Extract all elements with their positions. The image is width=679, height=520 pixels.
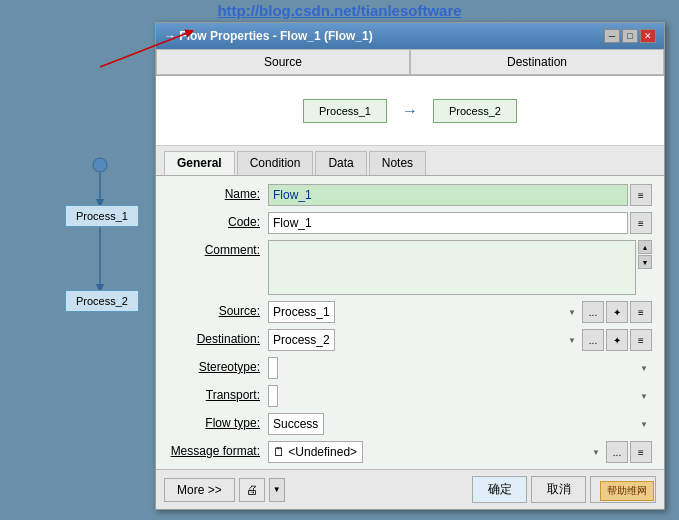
cancel-button[interactable]: 取消	[531, 476, 586, 503]
code-field-group: ≡	[268, 212, 652, 234]
destination-field-group: Process_2 ... ✦ ≡	[268, 329, 652, 351]
watermark: http://blog.csdn.net/tianlesoftware	[217, 2, 461, 19]
stereotype-row: Stereotype:	[168, 357, 652, 379]
minimize-button[interactable]: ─	[604, 29, 620, 43]
name-label: Name:	[168, 184, 268, 201]
destination-tab[interactable]: Destination	[410, 49, 664, 75]
flow-type-select-wrapper: Success	[268, 413, 652, 435]
comment-field-group: ▲ ▼	[268, 240, 652, 295]
comment-textarea[interactable]	[268, 240, 636, 295]
tab-bar: General Condition Data Notes	[156, 146, 664, 176]
message-format-select[interactable]: 🗒 <Undefined>	[268, 441, 363, 463]
tab-notes[interactable]: Notes	[369, 151, 426, 175]
destination-label: Destination:	[168, 329, 268, 346]
source-dest-bar: Source Destination	[156, 49, 664, 76]
message-format-props-button[interactable]: ≡	[630, 441, 652, 463]
canvas-process2: Process_2	[65, 290, 139, 312]
title-arrow: →	[164, 29, 176, 43]
message-format-browse-button[interactable]: ...	[606, 441, 628, 463]
transport-select[interactable]	[268, 385, 278, 407]
print-button[interactable]: 🖨	[239, 478, 265, 502]
title-text: Flow Properties - Flow_1 (Flow_1)	[179, 29, 372, 43]
source-row: Source: Process_1 ... ✦ ≡	[168, 301, 652, 323]
tab-general[interactable]: General	[164, 151, 235, 175]
title-bar: → Flow Properties - Flow_1 (Flow_1) ─ □ …	[156, 23, 664, 49]
bottom-bar: More >> 🖨 ▼ 确定 取消 应用(A) 帮助维网	[156, 469, 664, 509]
destination-select-wrapper: Process_2	[268, 329, 580, 351]
bottom-watermark: 帮助维网	[600, 481, 654, 501]
flow-type-row: Flow type: Success	[168, 413, 652, 435]
source-props-button[interactable]: ≡	[630, 301, 652, 323]
flow-arrow: →	[402, 102, 418, 120]
destination-browse-button[interactable]: ...	[582, 329, 604, 351]
source-browse-button[interactable]: ...	[582, 301, 604, 323]
canvas-area: Process_1 Process_2	[0, 20, 155, 520]
comment-scrollbar: ▲ ▼	[638, 240, 652, 295]
name-input[interactable]	[268, 184, 628, 206]
source-select-wrapper: Process_1	[268, 301, 580, 323]
message-format-label: Message format:	[168, 441, 268, 458]
scroll-up-button[interactable]: ▲	[638, 240, 652, 254]
title-buttons: ─ □ ✕	[604, 29, 656, 43]
code-input[interactable]	[268, 212, 628, 234]
comment-row: Comment: ▲ ▼	[168, 240, 652, 295]
name-field-group: ≡	[268, 184, 652, 206]
stereotype-select-wrapper	[268, 357, 652, 379]
source-field-group: Process_1 ... ✦ ≡	[268, 301, 652, 323]
source-label: Source:	[168, 301, 268, 318]
code-row: Code: ≡	[168, 212, 652, 234]
form-content: Name: ≡ Code: ≡ Comment: ▲ ▼	[156, 176, 664, 469]
canvas-svg	[0, 20, 155, 520]
svg-point-0	[93, 158, 107, 172]
flow-type-label: Flow type:	[168, 413, 268, 430]
maximize-button[interactable]: □	[622, 29, 638, 43]
flow-type-select[interactable]: Success	[268, 413, 324, 435]
scroll-down-button[interactable]: ▼	[638, 255, 652, 269]
message-format-group: 🗒 <Undefined> ... ≡	[268, 441, 652, 463]
tab-condition[interactable]: Condition	[237, 151, 314, 175]
destination-select[interactable]: Process_2	[268, 329, 335, 351]
destination-props-button[interactable]: ≡	[630, 329, 652, 351]
name-menu-button[interactable]: ≡	[630, 184, 652, 206]
message-format-select-wrapper: 🗒 <Undefined>	[268, 441, 604, 463]
name-row: Name: ≡	[168, 184, 652, 206]
message-format-row: Message format: 🗒 <Undefined> ... ≡	[168, 441, 652, 463]
transport-row: Transport:	[168, 385, 652, 407]
source-new-button[interactable]: ✦	[606, 301, 628, 323]
source-select[interactable]: Process_1	[268, 301, 335, 323]
dialog-title: → Flow Properties - Flow_1 (Flow_1)	[164, 29, 373, 43]
print-split-button: ▼	[269, 478, 285, 502]
transport-label: Transport:	[168, 385, 268, 402]
code-menu-button[interactable]: ≡	[630, 212, 652, 234]
more-button[interactable]: More >>	[164, 478, 235, 502]
transport-select-wrapper	[268, 385, 652, 407]
code-label: Code:	[168, 212, 268, 229]
flow-properties-dialog: → Flow Properties - Flow_1 (Flow_1) ─ □ …	[155, 22, 665, 510]
destination-new-button[interactable]: ✦	[606, 329, 628, 351]
stereotype-select[interactable]	[268, 357, 278, 379]
tab-data[interactable]: Data	[315, 151, 366, 175]
stereotype-label: Stereotype:	[168, 357, 268, 374]
flow-source-box: Process_1	[303, 99, 387, 123]
print-dropdown-arrow[interactable]: ▼	[269, 478, 285, 502]
destination-row: Destination: Process_2 ... ✦ ≡	[168, 329, 652, 351]
flow-dest-box: Process_2	[433, 99, 517, 123]
source-tab[interactable]: Source	[156, 49, 410, 75]
flow-diagram: Process_1 → Process_2	[156, 76, 664, 146]
comment-label: Comment:	[168, 240, 268, 257]
close-button[interactable]: ✕	[640, 29, 656, 43]
canvas-process1: Process_1	[65, 205, 139, 227]
confirm-button[interactable]: 确定	[472, 476, 527, 503]
